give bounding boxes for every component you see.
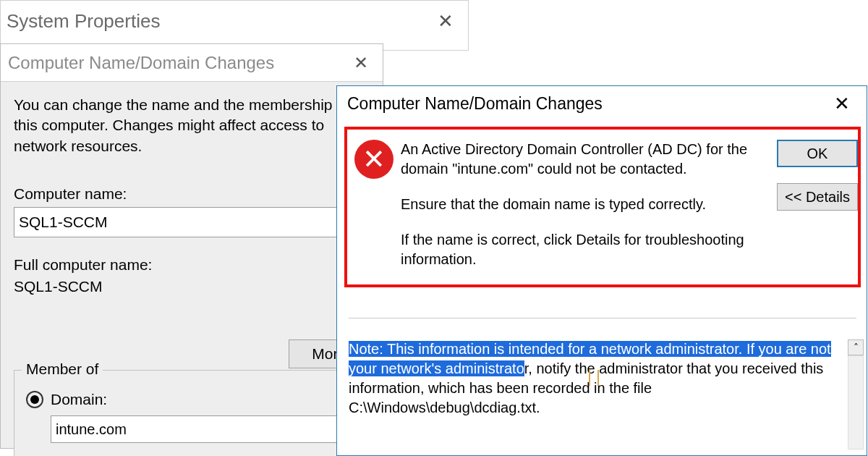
ok-button[interactable]: OK [777, 140, 858, 167]
close-icon[interactable]: ✕ [827, 93, 856, 115]
close-icon[interactable]: ✕ [346, 53, 375, 73]
computer-name-label: Computer name: [14, 185, 370, 203]
details-note[interactable]: Note: This information is intended for a… [349, 339, 845, 418]
system-properties-title: System Properties [7, 10, 429, 33]
error-line-3: If the name is correct, click Details fo… [401, 230, 773, 269]
error-line-1: An Active Directory Domain Controller (A… [401, 140, 773, 179]
text-cursor-icon [589, 370, 599, 386]
full-computer-name-value: SQL1-SCCM [14, 278, 370, 295]
full-computer-name-label: Full computer name: [14, 256, 370, 274]
domain-changes-title: Computer Name/Domain Changes [8, 53, 346, 73]
system-properties-titlebar: System Properties ✕ [1, 1, 468, 41]
scroll-up-button[interactable]: ˄ [848, 339, 864, 355]
domain-changes-body: You can change the name and the membersh… [1, 82, 383, 295]
domain-changes-window: Computer Name/Domain Changes ✕ You can c… [0, 43, 383, 449]
error-dialog-titlebar: Computer Name/Domain Changes ✕ [337, 86, 867, 121]
error-line-2: Ensure that the domain name is typed cor… [401, 195, 773, 214]
domain-radio-row[interactable]: Domain: [26, 391, 369, 408]
close-icon[interactable]: ✕ [429, 10, 462, 33]
domain-radio-label: Domain: [51, 391, 107, 408]
domain-changes-titlebar: Computer Name/Domain Changes ✕ [1, 44, 383, 82]
member-of-groupbox: Member of Domain: [14, 370, 370, 456]
computer-name-input[interactable] [14, 207, 370, 237]
description-text: You can change the name and the membersh… [14, 95, 370, 156]
error-dialog-title: Computer Name/Domain Changes [347, 94, 827, 114]
divider [349, 318, 856, 318]
radio-selected-icon [26, 391, 43, 408]
member-of-legend: Member of [22, 360, 103, 378]
error-dialog: Computer Name/Domain Changes ✕ ✕ An Acti… [336, 85, 867, 456]
scrollbar-track[interactable] [848, 355, 864, 449]
error-message: An Active Directory Domain Controller (A… [401, 140, 773, 269]
details-button[interactable]: << Details [777, 183, 858, 211]
highlight-box: ✕ An Active Directory Domain Controller … [344, 127, 861, 287]
domain-input[interactable] [51, 415, 354, 443]
error-icon: ✕ [354, 140, 393, 179]
